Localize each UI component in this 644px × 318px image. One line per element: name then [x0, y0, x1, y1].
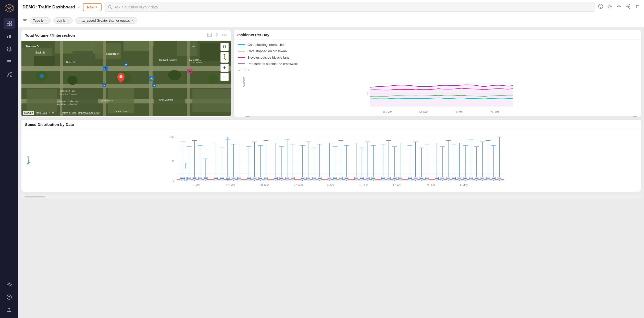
main-area: DEMO: Traffic Dashboard ▾ New + Ask a qu…: [18, 0, 644, 318]
svg-text:17. Apr: 17. Apr: [393, 183, 401, 187]
svg-text:0: 0: [173, 179, 175, 182]
svg-text:boston university henry: boston university henry: [56, 100, 80, 102]
svg-rect-63: [187, 41, 190, 116]
search-bar[interactable]: Ask a question of your data...: [105, 3, 595, 12]
map-streetview-btn[interactable]: 🚶: [220, 52, 229, 63]
share-icon[interactable]: [626, 4, 631, 10]
search-icon: [108, 5, 113, 9]
svg-rect-6: [7, 24, 9, 26]
help-icon[interactable]: ?: [598, 4, 603, 10]
terms-link[interactable]: Terms of Use: [61, 112, 77, 114]
svg-text:Storrow Dr: Storrow Dr: [25, 45, 40, 48]
filter-remove-type[interactable]: ✕: [45, 19, 47, 22]
svg-text:100: 100: [170, 135, 175, 138]
filter-icon[interactable]: [616, 4, 622, 10]
svg-text:?: ?: [600, 5, 602, 8]
filter-label-type: Type is: [33, 19, 43, 22]
svg-point-67: [168, 70, 181, 80]
search-placeholder: Ask a question of your data...: [115, 5, 161, 9]
prev-page-icon[interactable]: ▲: [238, 69, 240, 72]
svg-marker-11: [7, 47, 11, 49]
speed-card: Speed Distribution by Date Speed 100 50: [21, 120, 641, 192]
svg-point-38: [629, 8, 630, 9]
svg-text:Chef Chang's: Chef Chang's: [159, 99, 173, 101]
sidebar-item-export[interactable]: [4, 304, 15, 315]
svg-text:m.goldman school of...: m.goldman school of...: [56, 103, 79, 105]
sidebar-item-grid[interactable]: [4, 18, 15, 29]
bottom-scrollbar[interactable]: [21, 195, 641, 199]
incidents-chart-svg: 0 06. Mar 13. Mar 20. Mar 27. Mar: [245, 73, 637, 114]
new-button[interactable]: New +: [83, 3, 102, 11]
map-data-link[interactable]: Map Data: [36, 112, 47, 114]
filter-chip-day[interactable]: day is ✕: [53, 17, 73, 24]
report-link[interactable]: Report a map error: [78, 112, 100, 114]
filter-chip-speed[interactable]: max_speed Greater than or equals ✕: [75, 17, 137, 24]
incidents-card: Incidents Per Day Cars blocking intersec…: [234, 30, 641, 117]
legend-label-1: Cars blocking intersection: [247, 43, 286, 47]
svg-text:27. Mar: 27. Mar: [294, 183, 303, 187]
filter-chip-type[interactable]: Type is ✕: [30, 17, 51, 24]
title-dropdown-icon[interactable]: ▾: [78, 5, 80, 9]
legend-item-4: Pedastrians outside the crosswalk: [238, 62, 637, 66]
page-indicator: 1/2: [242, 68, 246, 72]
svg-rect-54: [149, 46, 175, 66]
speed-card-title: Speed Distribution by Date: [25, 122, 74, 127]
svg-point-19: [10, 76, 11, 77]
svg-point-33: [617, 6, 618, 7]
map-filter-icon[interactable]: [214, 33, 219, 38]
delete-icon[interactable]: [635, 4, 640, 10]
sidebar-item-nodes[interactable]: [4, 69, 15, 80]
map-more-icon[interactable]: •••: [221, 33, 227, 38]
svg-point-16: [7, 72, 8, 73]
map-controls: 🚶 + −: [220, 43, 229, 81]
svg-rect-8: [7, 36, 8, 38]
sidebar-item-chart[interactable]: [4, 31, 15, 42]
chart-navigator[interactable]: ║ ║ 13. Mar 27. Mar: [245, 116, 637, 117]
svg-text:13. Mar: 13. Mar: [419, 111, 428, 113]
svg-text:463 Beaco...: 463 Beaco...: [189, 59, 202, 61]
sidebar-item-help[interactable]: ?: [4, 292, 15, 303]
svg-marker-104: [223, 45, 226, 47]
map-container: Storrow Dr Back St Beacon St Back St Bea…: [21, 41, 231, 116]
topbar: DEMO: Traffic Dashboard ▾ New + Ask a qu…: [18, 0, 644, 14]
map-layers-btn[interactable]: [220, 43, 229, 51]
next-page-icon[interactable]: ▼: [248, 69, 250, 72]
svg-point-68: [208, 74, 218, 84]
map-zoom-in-btn[interactable]: +: [220, 64, 229, 72]
svg-rect-7: [9, 24, 11, 26]
svg-rect-10: [10, 35, 11, 38]
svg-text:Corner Tavern: Corner Tavern: [115, 110, 129, 113]
svg-text:27. Mar: 27. Mar: [490, 111, 499, 113]
map-zoom-out-btn[interactable]: −: [220, 73, 229, 81]
legend-item-1: Cars blocking intersection: [238, 43, 637, 47]
filter-remove-day[interactable]: ✕: [67, 19, 69, 22]
scroll-thumb[interactable]: [24, 196, 45, 197]
svg-point-65: [67, 76, 78, 85]
sidebar-item-list[interactable]: [4, 56, 15, 67]
app-logo[interactable]: [4, 3, 15, 14]
svg-point-42: [216, 34, 217, 36]
svg-point-31: [609, 6, 611, 7]
svg-text:3. Apr: 3. Apr: [327, 183, 334, 187]
svg-text:20. Mar: 20. Mar: [455, 111, 464, 113]
sidebar-item-layers[interactable]: [4, 43, 15, 55]
map-image-icon[interactable]: [207, 33, 212, 38]
filter-remove-speed[interactable]: ✕: [131, 19, 134, 22]
settings-icon[interactable]: [607, 4, 612, 10]
svg-rect-69: [27, 89, 57, 112]
legend-color-3: [238, 57, 245, 58]
svg-text:06. Mar: 06. Mar: [383, 111, 392, 113]
svg-text:50: 50: [171, 160, 175, 163]
filter-label-day: day is: [57, 19, 65, 22]
svg-rect-58: [21, 84, 231, 88]
incidents-chart: Incidents 0 06. Mar 13. Mar 20. Mar 27. …: [245, 73, 637, 117]
svg-point-24: [8, 284, 10, 285]
map-card-title: Total Volume @Intersection: [25, 33, 75, 37]
google-label: Google: [23, 111, 34, 115]
sidebar-item-settings[interactable]: [4, 279, 15, 290]
svg-text:Beacon Towers: Beacon Towers: [159, 58, 177, 61]
legend-color-4: [238, 63, 245, 64]
dashboard: Total Volume @Intersection: [18, 27, 644, 318]
svg-point-37: [629, 4, 630, 5]
svg-text:1. May: 1. May: [460, 183, 468, 187]
